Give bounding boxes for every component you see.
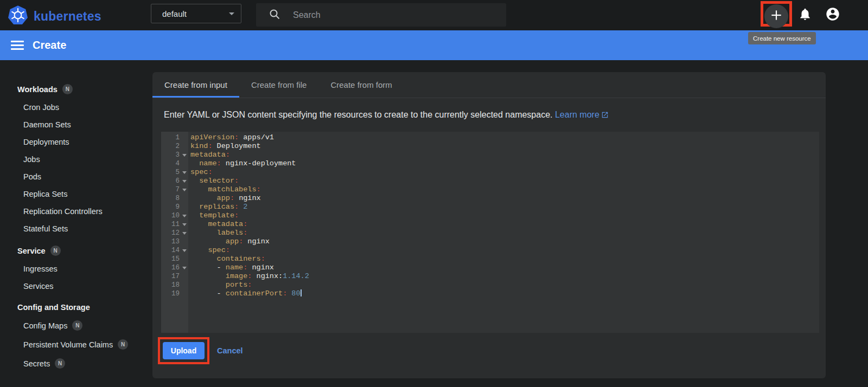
bell-icon — [798, 7, 812, 23]
annotation-box-upload: Upload — [158, 337, 209, 364]
code-line: selector: — [190, 177, 819, 185]
sidebar-item-replica-sets[interactable]: Replica Sets — [0, 185, 150, 203]
learn-more-link[interactable]: Learn more — [555, 110, 609, 119]
code-line: labels: — [190, 229, 819, 237]
line-number: 2 — [161, 142, 188, 151]
brand-wordmark: kubernetes — [34, 9, 101, 24]
fold-arrow-icon[interactable] — [182, 223, 187, 226]
app-bar: Create Create new resource — [0, 30, 868, 60]
line-number: 10 — [161, 211, 188, 220]
code-line: app: nginx — [190, 237, 819, 246]
code-line: spec: — [190, 246, 819, 255]
tab-create-from-input[interactable]: Create from input — [152, 72, 239, 98]
line-number: 14 — [161, 246, 188, 255]
annotation-box-add — [761, 1, 792, 27]
kubernetes-logo-icon — [8, 5, 28, 28]
fold-arrow-icon[interactable] — [182, 215, 187, 217]
n-badge: N — [50, 246, 61, 256]
fold-arrow-icon[interactable] — [182, 249, 187, 252]
n-badge: N — [118, 339, 128, 350]
search-icon — [268, 8, 281, 23]
code-line: template: — [190, 211, 819, 220]
notifications-button[interactable] — [797, 8, 813, 23]
line-number: 17 — [161, 272, 188, 281]
sidebar-item-persistent-volume-claims[interactable]: Persistent Volume ClaimsN — [0, 335, 150, 354]
account-icon — [825, 7, 840, 24]
code-line: replicas: 2 — [190, 203, 819, 211]
create-new-resource-button[interactable] — [764, 4, 788, 28]
cancel-button[interactable]: Cancel — [217, 346, 243, 355]
fold-arrow-icon[interactable] — [182, 267, 187, 269]
line-number: 8 — [161, 194, 188, 203]
sidebar-item-config-maps[interactable]: Config MapsN — [0, 316, 150, 335]
editor-gutter: 12345678910111213141516171819 — [161, 132, 188, 333]
tab-create-from-form[interactable]: Create from form — [318, 72, 404, 98]
upload-button[interactable]: Upload — [163, 342, 205, 359]
search-bar[interactable] — [256, 3, 506, 27]
editor-code: apiVersion: apps/v1kind: Deploymentmetad… — [188, 132, 819, 333]
sidebar-item-ingresses[interactable]: Ingresses — [0, 260, 150, 278]
line-number: 13 — [161, 237, 188, 246]
top-bar: kubernetes default — [0, 0, 868, 30]
sidebar-item-daemon-sets[interactable]: Daemon Sets — [0, 116, 150, 133]
fold-arrow-icon[interactable] — [182, 180, 187, 183]
brand[interactable]: kubernetes — [8, 5, 101, 28]
chevron-down-icon — [229, 12, 234, 15]
plus-icon — [769, 8, 783, 24]
search-input[interactable] — [293, 10, 477, 20]
sidebar-item-deployments[interactable]: Deployments — [0, 133, 150, 151]
code-line: ports: — [190, 281, 819, 289]
line-number: 3 — [161, 151, 188, 159]
sidebar-group-service: ServiceN — [0, 241, 150, 260]
line-number: 12 — [161, 229, 188, 237]
line-number: 1 — [161, 133, 188, 142]
code-line: metadata: — [190, 151, 819, 159]
yaml-editor[interactable]: 12345678910111213141516171819 apiVersion… — [161, 132, 819, 333]
code-line: spec: — [190, 168, 819, 177]
line-number: 6 — [161, 177, 188, 185]
content-area: WorkloadsNCron JobsDaemon SetsDeployment… — [0, 60, 868, 387]
n-badge: N — [72, 320, 82, 331]
line-number: 18 — [161, 281, 188, 289]
sidebar-item-stateful-sets[interactable]: Stateful Sets — [0, 220, 150, 237]
code-line: image: nginx:1.14.2 — [190, 272, 819, 281]
account-button[interactable] — [825, 8, 840, 23]
code-line: metadata: — [190, 220, 819, 229]
code-line: kind: Deployment — [190, 142, 819, 151]
fold-arrow-icon[interactable] — [182, 171, 187, 174]
hamburger-icon — [11, 41, 24, 50]
sidebar-item-cron-jobs[interactable]: Cron Jobs — [0, 99, 150, 116]
line-number: 15 — [161, 255, 188, 263]
line-number: 4 — [161, 159, 188, 168]
sidebar-item-pods[interactable]: Pods — [0, 168, 150, 185]
code-line: app: nginx — [190, 194, 819, 203]
sidebar-group-workloads: WorkloadsN — [0, 80, 150, 99]
line-number: 11 — [161, 220, 188, 229]
line-number: 9 — [161, 203, 188, 211]
code-line: name: nginx-deployment — [190, 159, 819, 168]
fold-arrow-icon[interactable] — [182, 154, 187, 157]
sidebar-item-jobs[interactable]: Jobs — [0, 151, 150, 168]
fold-arrow-icon[interactable] — [182, 189, 187, 191]
code-line: - containerPort: 80 — [190, 289, 819, 298]
description-body: Enter YAML or JSON content specifying th… — [164, 110, 553, 119]
line-number: 7 — [161, 185, 188, 194]
fold-arrow-icon[interactable] — [182, 232, 187, 235]
n-badge: N — [55, 358, 65, 369]
form-actions: Upload Cancel — [158, 337, 826, 364]
line-number: 19 — [161, 289, 188, 298]
code-line: apiVersion: apps/v1 — [190, 133, 819, 142]
tooltip-create-new-resource: Create new resource — [748, 32, 816, 44]
tab-create-from-file[interactable]: Create from file — [239, 72, 319, 98]
learn-more-label: Learn more — [555, 110, 599, 119]
namespace-selector[interactable]: default — [151, 4, 241, 23]
text-cursor — [301, 289, 302, 296]
line-number: 16 — [161, 263, 188, 272]
code-line: containers: — [190, 255, 819, 263]
sidebar-item-services[interactable]: Services — [0, 278, 150, 295]
sidebar-item-replication-controllers[interactable]: Replication Controllers — [0, 203, 150, 220]
sidebar-nav[interactable]: WorkloadsNCron JobsDaemon SetsDeployment… — [0, 60, 150, 387]
sidebar-item-secrets[interactable]: SecretsN — [0, 354, 150, 373]
description-text: Enter YAML or JSON content specifying th… — [164, 110, 826, 121]
menu-button[interactable] — [11, 38, 25, 53]
